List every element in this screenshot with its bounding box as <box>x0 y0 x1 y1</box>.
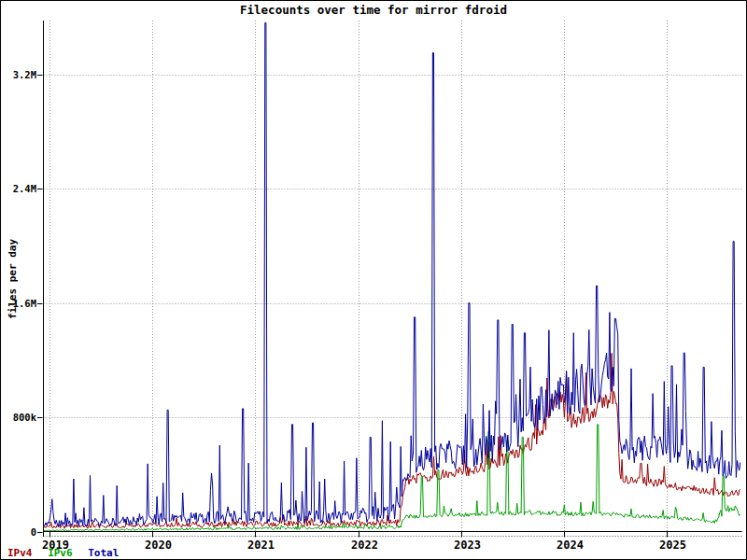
x-tick-label: 2024 <box>557 539 584 552</box>
chart-frame: Filecounts over time for mirror fdroid f… <box>0 0 747 560</box>
y-tick-label: 1.6M <box>13 298 36 309</box>
legend-ipv4: IPv4 <box>7 547 33 559</box>
series-total-line <box>44 22 740 526</box>
y-tick-label: 0 <box>31 526 36 538</box>
x-tick-label: 2022 <box>351 539 378 552</box>
x-tick-label: 2025 <box>659 539 686 552</box>
y-tick-label: 800k <box>13 412 37 423</box>
gridlines <box>44 21 743 535</box>
plot-canvas: 0800k1.6M2.4M3.2M20192020202120222023202… <box>1 1 747 560</box>
legend-total: Total <box>88 547 119 559</box>
legend: IPv4 IPv6 Total <box>7 547 128 559</box>
x-tick-label: 2023 <box>454 539 481 552</box>
x-tick-label: 2021 <box>247 539 275 552</box>
y-tick-label: 2.4M <box>13 183 36 194</box>
y-tick-label: 3.2M <box>13 69 36 80</box>
legend-ipv6: IPv6 <box>48 547 73 559</box>
x-tick-label: 2020 <box>145 539 172 552</box>
